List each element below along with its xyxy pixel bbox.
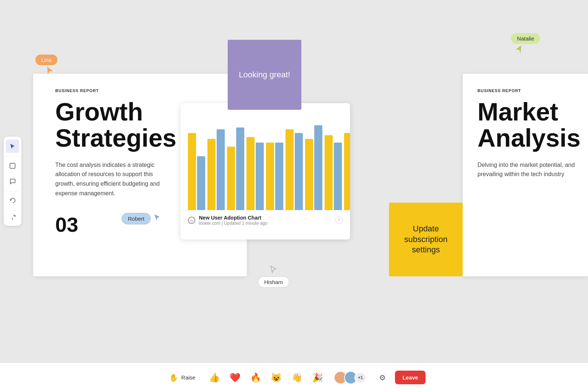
chart-footer: ◎ New User Adoption Chart looker.com | U… (181, 210, 350, 230)
bar-group-0 (188, 133, 205, 210)
bar-blue-5 (295, 133, 303, 210)
chart-card[interactable]: ◎ New User Adoption Chart looker.com | U… (181, 103, 350, 239)
cursor-hisham: Hisham (258, 265, 289, 288)
avatars-group[interactable]: +1 (330, 369, 370, 386)
sticky-note-purple[interactable]: Looking great! (228, 40, 301, 110)
bar-group-4 (266, 143, 283, 210)
cursor-natalie-label: Natalie (511, 33, 540, 44)
bar-blue-2 (236, 127, 244, 210)
undo-tool[interactable] (6, 194, 19, 207)
bar-yellow-0 (188, 133, 196, 210)
raise-button[interactable]: ✋ Raise (162, 370, 202, 386)
canvas: BUSINESS REPORT Growth Strategies The co… (0, 0, 588, 363)
bar-group-3 (246, 137, 264, 210)
bar-yellow-5 (286, 129, 294, 210)
comment-tool[interactable] (6, 175, 19, 188)
bar-blue-4 (275, 143, 283, 210)
toolbar (4, 137, 21, 226)
chart-title: New User Adoption Chart (199, 215, 267, 221)
bar-group-1 (207, 129, 225, 210)
chart-info: New User Adoption Chart looker.com | Upd… (199, 215, 267, 226)
chart-help-icon[interactable]: ? (335, 217, 343, 224)
reaction-wave[interactable]: 👋 (289, 370, 305, 386)
bar-blue-1 (217, 129, 225, 210)
cursor-natalie: Natalie (511, 33, 540, 56)
doc-title-right: Market Analysis (477, 99, 581, 151)
bar-yellow-8 (344, 133, 350, 210)
cursor-lina-arrow (46, 66, 54, 77)
avatar-overflow: +1 (354, 372, 366, 384)
bar-group-8 (344, 133, 350, 210)
bar-blue-3 (256, 143, 264, 210)
svg-rect-0 (10, 163, 15, 168)
doc-label-left: BUSINESS REPORT (55, 88, 232, 93)
redo-tool[interactable] (6, 210, 19, 223)
doc-body-left: The cost analysis indicates a strategic … (55, 160, 173, 198)
chart-area (181, 103, 350, 210)
chart-source-info: looker.com | Updated 1 minute ago (199, 221, 267, 226)
cursor-robert-label: Robert (122, 213, 151, 224)
cursor-hisham-arrow (270, 265, 277, 275)
cursor-robert: Robert (122, 213, 160, 224)
reaction-heart[interactable]: ❤️ (227, 370, 243, 386)
raise-label: Raise (181, 374, 195, 381)
bar-yellow-7 (325, 135, 333, 210)
bar-yellow-4 (266, 143, 274, 210)
bar-blue-0 (197, 156, 205, 210)
sticky-yellow-text: Update subscription settings (396, 224, 455, 255)
sticky-purple-text: Looking great! (239, 70, 290, 80)
bar-group-5 (286, 129, 303, 210)
chart-updated: Updated 1 minute ago (224, 221, 267, 226)
doc-body-right: Delving into the market potential, and p… (477, 160, 581, 179)
cursor-robert-arrow (154, 214, 160, 224)
note-tool[interactable] (6, 159, 19, 172)
toolbar-divider (6, 156, 19, 156)
settings-icon: ⚙ (379, 373, 386, 382)
bar-group-2 (227, 127, 244, 210)
doc-label-right: BUSINESS REPORT (477, 88, 581, 93)
bar-group-6 (305, 125, 322, 210)
cursor-natalie-arrow (515, 45, 523, 56)
reaction-cat[interactable]: 😺 (268, 370, 284, 386)
reaction-thumbsup[interactable]: 👍 (206, 370, 223, 386)
bar-group-7 (325, 135, 342, 210)
bar-yellow-6 (305, 139, 313, 210)
toolbar-divider-2 (6, 191, 19, 191)
bar-blue-7 (334, 143, 342, 210)
chart-source-icon: ◎ (188, 217, 195, 224)
bottom-bar: ✋ Raise 👍 ❤️ 🔥 😺 👋 🎉 +1 ⚙ Leave (0, 363, 588, 392)
cursor-lina-label: Lina (35, 55, 57, 65)
bar-yellow-2 (227, 147, 235, 210)
cursor-lina: Lina (35, 55, 57, 77)
select-tool[interactable] (6, 140, 19, 153)
reaction-fire[interactable]: 🔥 (248, 370, 264, 386)
cursor-hisham-label: Hisham (258, 276, 289, 288)
reaction-party[interactable]: 🎉 (309, 370, 326, 386)
chart-source: looker.com (199, 221, 220, 226)
bar-blue-6 (314, 125, 322, 210)
bar-yellow-3 (246, 137, 255, 210)
doc-card-right: BUSINESS REPORT Market Analysis Delving … (463, 74, 588, 276)
settings-button[interactable]: ⚙ (374, 370, 391, 386)
leave-button[interactable]: Leave (395, 371, 426, 384)
bar-yellow-1 (207, 139, 216, 210)
sticky-note-yellow[interactable]: Update subscription settings (389, 203, 463, 276)
raise-icon: ✋ (169, 373, 178, 382)
